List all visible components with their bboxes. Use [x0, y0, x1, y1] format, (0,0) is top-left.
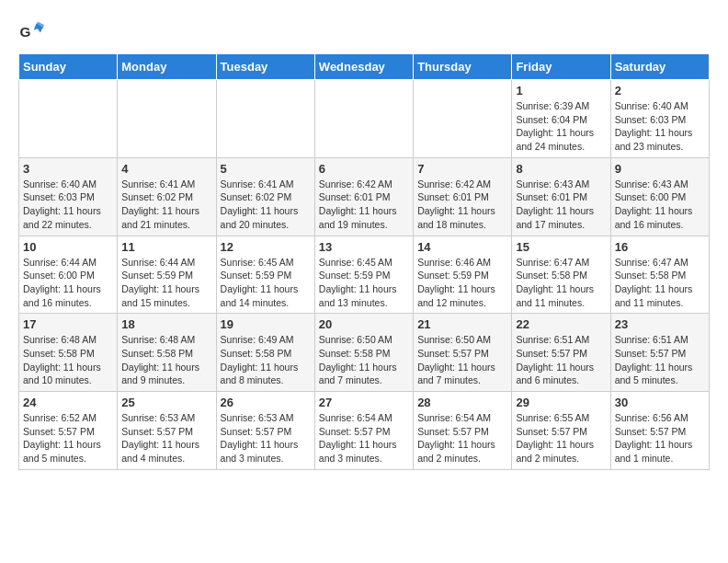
day-info: Sunrise: 6:47 AM Sunset: 5:58 PM Dayligh… [615, 256, 705, 310]
day-info: Sunrise: 6:55 AM Sunset: 5:57 PM Dayligh… [516, 411, 606, 465]
calendar-cell [216, 80, 314, 158]
day-number: 3 [23, 162, 113, 176]
day-number: 5 [221, 162, 311, 176]
day-header-sunday: Sunday [19, 54, 118, 80]
day-number: 16 [615, 240, 705, 254]
day-number: 24 [23, 396, 113, 409]
calendar-cell: 17Sunrise: 6:48 AM Sunset: 5:58 PM Dayli… [19, 314, 118, 392]
day-info: Sunrise: 6:40 AM Sunset: 6:03 PM Dayligh… [615, 99, 705, 154]
calendar-week-4: 17Sunrise: 6:48 AM Sunset: 5:58 PM Dayli… [19, 314, 710, 392]
calendar-cell [19, 80, 118, 158]
day-info: Sunrise: 6:51 AM Sunset: 5:57 PM Dayligh… [615, 333, 705, 387]
calendar-week-1: 1Sunrise: 6:39 AM Sunset: 6:04 PM Daylig… [19, 80, 710, 158]
calendar-cell: 14Sunrise: 6:46 AM Sunset: 5:59 PM Dayli… [414, 236, 512, 314]
calendar-cell: 22Sunrise: 6:51 AM Sunset: 5:57 PM Dayli… [512, 314, 610, 392]
day-info: Sunrise: 6:52 AM Sunset: 5:57 PM Dayligh… [23, 411, 113, 465]
day-info: Sunrise: 6:53 AM Sunset: 5:57 PM Dayligh… [121, 411, 211, 465]
calendar-cell: 27Sunrise: 6:54 AM Sunset: 5:57 PM Dayli… [314, 392, 413, 470]
day-info: Sunrise: 6:41 AM Sunset: 6:02 PM Dayligh… [221, 178, 311, 232]
calendar-cell: 20Sunrise: 6:50 AM Sunset: 5:58 PM Dayli… [314, 314, 413, 392]
day-info: Sunrise: 6:45 AM Sunset: 5:59 PM Dayligh… [319, 256, 409, 310]
calendar-cell: 7Sunrise: 6:42 AM Sunset: 6:01 PM Daylig… [414, 157, 512, 236]
day-number: 17 [23, 317, 113, 331]
calendar-cell: 24Sunrise: 6:52 AM Sunset: 5:57 PM Dayli… [19, 392, 118, 470]
calendar-header: SundayMondayTuesdayWednesdayThursdayFrid… [19, 54, 710, 80]
day-header-thursday: Thursday [414, 54, 512, 80]
svg-text:G: G [19, 24, 30, 40]
day-info: Sunrise: 6:49 AM Sunset: 5:58 PM Dayligh… [221, 333, 311, 387]
day-number: 26 [221, 396, 311, 409]
calendar-cell: 25Sunrise: 6:53 AM Sunset: 5:57 PM Dayli… [118, 392, 216, 470]
day-number: 11 [121, 240, 211, 254]
day-info: Sunrise: 6:44 AM Sunset: 5:59 PM Dayligh… [121, 256, 211, 310]
day-info: Sunrise: 6:51 AM Sunset: 5:57 PM Dayligh… [516, 333, 606, 387]
day-header-row: SundayMondayTuesdayWednesdayThursdayFrid… [19, 54, 710, 80]
day-info: Sunrise: 6:45 AM Sunset: 5:59 PM Dayligh… [221, 256, 311, 310]
day-info: Sunrise: 6:48 AM Sunset: 5:58 PM Dayligh… [121, 333, 211, 387]
day-number: 20 [319, 317, 409, 331]
day-info: Sunrise: 6:46 AM Sunset: 5:59 PM Dayligh… [417, 256, 507, 310]
calendar-cell: 8Sunrise: 6:43 AM Sunset: 6:01 PM Daylig… [512, 157, 610, 236]
day-number: 27 [319, 396, 409, 409]
day-header-tuesday: Tuesday [216, 54, 314, 80]
page-header: G [18, 18, 710, 44]
day-info: Sunrise: 6:53 AM Sunset: 5:57 PM Dayligh… [221, 411, 311, 465]
day-number: 2 [615, 84, 705, 98]
calendar-cell: 11Sunrise: 6:44 AM Sunset: 5:59 PM Dayli… [118, 236, 216, 314]
logo-icon: G [18, 18, 44, 44]
day-number: 25 [121, 396, 211, 409]
calendar-week-3: 10Sunrise: 6:44 AM Sunset: 6:00 PM Dayli… [19, 236, 710, 314]
day-number: 1 [516, 84, 606, 98]
day-header-monday: Monday [118, 54, 216, 80]
calendar-week-2: 3Sunrise: 6:40 AM Sunset: 6:03 PM Daylig… [19, 157, 710, 236]
calendar-cell: 15Sunrise: 6:47 AM Sunset: 5:58 PM Dayli… [512, 236, 610, 314]
calendar-week-5: 24Sunrise: 6:52 AM Sunset: 5:57 PM Dayli… [19, 392, 710, 470]
day-number: 14 [417, 240, 507, 254]
day-number: 10 [23, 240, 113, 254]
logo: G [18, 18, 48, 44]
calendar-cell: 1Sunrise: 6:39 AM Sunset: 6:04 PM Daylig… [512, 80, 610, 158]
calendar-cell: 19Sunrise: 6:49 AM Sunset: 5:58 PM Dayli… [216, 314, 314, 392]
calendar-cell: 26Sunrise: 6:53 AM Sunset: 5:57 PM Dayli… [216, 392, 314, 470]
day-info: Sunrise: 6:54 AM Sunset: 5:57 PM Dayligh… [319, 411, 409, 465]
day-number: 9 [615, 162, 705, 176]
day-number: 28 [417, 396, 507, 409]
calendar-cell: 10Sunrise: 6:44 AM Sunset: 6:00 PM Dayli… [19, 236, 118, 314]
day-info: Sunrise: 6:43 AM Sunset: 6:01 PM Dayligh… [516, 178, 606, 232]
day-info: Sunrise: 6:50 AM Sunset: 5:58 PM Dayligh… [319, 333, 409, 387]
calendar-cell: 3Sunrise: 6:40 AM Sunset: 6:03 PM Daylig… [19, 157, 118, 236]
calendar-cell [314, 80, 413, 158]
day-header-saturday: Saturday [610, 54, 709, 80]
calendar-cell: 29Sunrise: 6:55 AM Sunset: 5:57 PM Dayli… [512, 392, 610, 470]
calendar-cell: 5Sunrise: 6:41 AM Sunset: 6:02 PM Daylig… [216, 157, 314, 236]
calendar-cell [118, 80, 216, 158]
day-number: 29 [516, 396, 606, 409]
calendar-table: SundayMondayTuesdayWednesdayThursdayFrid… [18, 53, 710, 470]
day-number: 4 [121, 162, 211, 176]
day-info: Sunrise: 6:44 AM Sunset: 6:00 PM Dayligh… [23, 256, 113, 310]
day-info: Sunrise: 6:48 AM Sunset: 5:58 PM Dayligh… [23, 333, 113, 387]
day-info: Sunrise: 6:39 AM Sunset: 6:04 PM Dayligh… [516, 99, 606, 154]
calendar-cell: 4Sunrise: 6:41 AM Sunset: 6:02 PM Daylig… [118, 157, 216, 236]
calendar-cell: 23Sunrise: 6:51 AM Sunset: 5:57 PM Dayli… [610, 314, 709, 392]
day-info: Sunrise: 6:54 AM Sunset: 5:57 PM Dayligh… [417, 411, 507, 465]
day-number: 19 [221, 317, 311, 331]
day-info: Sunrise: 6:42 AM Sunset: 6:01 PM Dayligh… [417, 178, 507, 232]
day-header-friday: Friday [512, 54, 610, 80]
calendar-cell: 18Sunrise: 6:48 AM Sunset: 5:58 PM Dayli… [118, 314, 216, 392]
calendar-cell [414, 80, 512, 158]
day-number: 7 [417, 162, 507, 176]
day-number: 12 [221, 240, 311, 254]
calendar-cell: 13Sunrise: 6:45 AM Sunset: 5:59 PM Dayli… [314, 236, 413, 314]
day-number: 13 [319, 240, 409, 254]
calendar-cell: 30Sunrise: 6:56 AM Sunset: 5:57 PM Dayli… [610, 392, 709, 470]
day-info: Sunrise: 6:50 AM Sunset: 5:57 PM Dayligh… [417, 333, 507, 387]
day-number: 30 [615, 396, 705, 409]
day-number: 22 [516, 317, 606, 331]
day-info: Sunrise: 6:56 AM Sunset: 5:57 PM Dayligh… [615, 411, 705, 465]
calendar-cell: 16Sunrise: 6:47 AM Sunset: 5:58 PM Dayli… [610, 236, 709, 314]
calendar-cell: 28Sunrise: 6:54 AM Sunset: 5:57 PM Dayli… [414, 392, 512, 470]
day-info: Sunrise: 6:40 AM Sunset: 6:03 PM Dayligh… [23, 178, 113, 232]
day-info: Sunrise: 6:43 AM Sunset: 6:00 PM Dayligh… [615, 178, 705, 232]
day-number: 23 [615, 317, 705, 331]
